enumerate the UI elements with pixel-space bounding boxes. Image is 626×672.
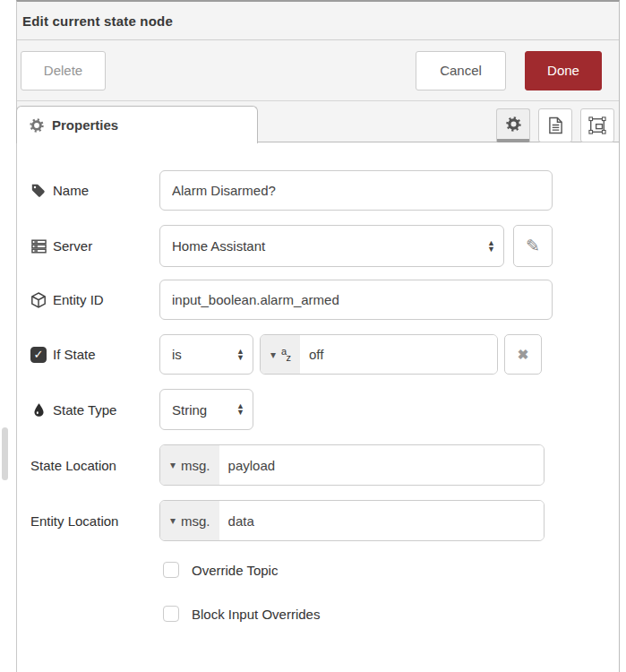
select-arrows-icon: ▲▼ [236,403,244,416]
appearance-tab-button[interactable] [580,108,614,142]
tab-properties[interactable]: Properties [16,106,258,143]
clear-if-state-button[interactable]: ✖ [504,334,542,375]
page: Edit current state node Delete Cancel Do… [0,0,626,672]
form-row-entity-id: Entity ID [30,280,619,320]
msg-prefix-label: msg. [181,513,210,529]
dialog-title: Edit current state node [22,13,173,29]
state-type-label-text: State Type [53,402,116,418]
if-state-label-text: If State [53,347,96,362]
if-state-value-input[interactable] [300,335,497,374]
if-state-type-button[interactable]: ▾ az [261,335,300,374]
delete-button[interactable]: Delete [21,51,106,90]
entity-location-label-text: Entity Location [30,513,118,529]
caret-down-icon: ▾ [170,515,176,526]
entity-id-input[interactable] [159,280,553,320]
caret-down-icon: ▾ [270,349,276,360]
dialog-header: Edit current state node [17,2,619,40]
select-arrows-icon: ▲▼ [236,349,244,361]
edit-server-button[interactable]: ✎ [513,225,553,267]
state-type-select[interactable]: String ▲▼ [159,389,253,430]
server-icon [30,239,47,254]
string-type-icon: az [281,349,291,361]
properties-form: Name Server [17,142,619,622]
server-select[interactable]: Home Assistant ▲▼ [159,225,504,267]
name-label: Name [30,183,159,198]
check-icon: ✓ [34,348,44,361]
form-row-name: Name [30,170,619,211]
if-state-label: ✓ If State [30,347,159,363]
server-label-text: Server [53,238,92,254]
form-row-entity-location: Entity Location ▾ msg. [30,500,619,541]
pencil-icon: ✎ [526,236,540,256]
entity-location-value-input[interactable] [219,501,544,540]
name-label-text: Name [53,183,89,198]
block-input-overrides-checkbox[interactable] [163,606,179,622]
gear-icon [30,118,44,133]
properties-tab-button[interactable] [496,108,530,142]
entity-id-label-text: Entity ID [53,292,104,307]
appearance-icon [588,116,606,134]
cube-icon [30,292,47,308]
form-row-server: Server Home Assistant ▲▼ ✎ [30,225,619,267]
if-state-typed-input: ▾ az [260,334,498,375]
if-state-operator-value: is [172,347,182,362]
state-location-typed-input: ▾ msg. [159,444,545,486]
if-state-checkbox[interactable]: ✓ [30,347,47,363]
block-input-overrides-label: Block Input Overrides [192,607,320,622]
caret-down-icon: ▾ [170,460,176,470]
x-icon: ✖ [518,347,529,363]
server-select-value: Home Assistant [172,238,265,254]
done-button[interactable]: Done [525,51,602,90]
cancel-button[interactable]: Cancel [416,51,506,90]
tab-properties-label: Properties [52,117,118,133]
form-row-override-topic: Override Topic [30,562,619,578]
description-tab-button[interactable] [538,108,572,142]
dialog-toolbar: Delete Cancel Done [17,40,619,101]
state-location-label-text: State Location [30,458,116,473]
form-row-block-input-overrides: Block Input Overrides [30,606,619,622]
select-arrows-icon: ▲▼ [487,240,495,253]
gear-icon [506,116,521,132]
state-type-value: String [172,402,207,418]
droplet-icon [30,403,47,417]
tab-icon-buttons [496,108,614,142]
tag-icon [30,184,47,198]
msg-prefix-label: msg. [181,458,210,473]
name-input[interactable] [159,170,553,211]
form-row-if-state: ✓ If State is ▲▼ ▾ az [30,334,619,375]
tab-bar: Properties [17,101,619,142]
state-location-label: State Location [30,458,159,473]
entity-id-label: Entity ID [30,292,159,308]
state-location-type-button[interactable]: ▾ msg. [160,445,219,485]
override-topic-label: Override Topic [192,563,278,578]
entity-location-type-button[interactable]: ▾ msg. [160,501,219,540]
server-label: Server [30,238,159,254]
if-state-operator-select[interactable]: is ▲▼ [159,334,253,375]
state-type-label: State Type [30,402,159,418]
state-location-value-input[interactable] [219,445,544,485]
document-icon [548,116,563,134]
edit-node-dialog: Edit current state node Delete Cancel Do… [16,0,620,672]
entity-location-label: Entity Location [30,513,159,529]
form-row-state-type: State Type String ▲▼ [30,389,619,430]
override-topic-checkbox[interactable] [163,562,179,578]
form-row-state-location: State Location ▾ msg. [30,444,619,486]
entity-location-typed-input: ▾ msg. [159,500,545,541]
page-scrollbar-thumb[interactable] [2,427,8,480]
